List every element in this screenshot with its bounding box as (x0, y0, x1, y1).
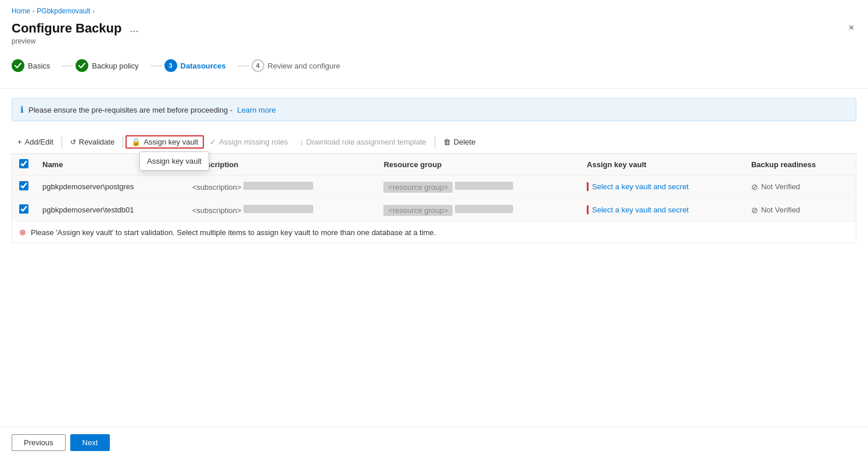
learn-more-link[interactable]: Learn more (237, 106, 275, 114)
step-datasources-circle: 3 (164, 59, 177, 72)
add-edit-button[interactable]: + Add/Edit (12, 135, 59, 149)
row1-subscription: <subscription> (185, 175, 377, 199)
toolbar-sep-3 (435, 136, 435, 148)
page-subtitle: preview (12, 37, 142, 45)
breadcrumb: Home › PGbkpdemovault › (0, 0, 868, 19)
step-divider-1 (62, 66, 73, 66)
step-datasources[interactable]: 3 Datasources (164, 55, 235, 77)
row2-resource-group-blur (455, 205, 513, 213)
page-header: Configure Backup ... preview × (0, 19, 868, 55)
table-header-backup-readiness: Backup readiness (744, 154, 856, 175)
table-row: pgbkpdemoserver\testdb01 <subscription> … (12, 199, 856, 222)
revalidate-label: Revalidate (79, 138, 114, 146)
table-header-checkbox-cell (12, 154, 35, 175)
step-review-label: Review and configure (268, 62, 340, 70)
row2-not-verified: ⊘ Not Verified (751, 205, 849, 215)
revalidate-button[interactable]: ↺ Revalidate (64, 135, 120, 149)
delete-label: Delete (454, 138, 476, 146)
step-review: 4 Review and configure (252, 55, 350, 77)
download-template-button[interactable]: ↓ Download role assignment template (294, 135, 432, 149)
row1-subscription-blur (243, 182, 313, 190)
step-backup-policy-label: Backup policy (92, 62, 138, 70)
info-icon: ℹ (20, 104, 24, 115)
error-text: Please 'Assign key vault' to start valid… (31, 228, 436, 237)
download-template-label: Download role assignment template (306, 138, 426, 146)
row2-resource-group: <resource group> (376, 199, 580, 222)
select-all-checkbox[interactable] (19, 159, 28, 168)
row2-name: pgbkpdemoserver\testdb01 (35, 199, 185, 222)
toolbar-sep-1 (62, 136, 62, 148)
breadcrumb-vault[interactable]: PGbkpdemovault (37, 7, 90, 15)
info-text: Please ensure the pre-requisites are met… (28, 106, 232, 114)
step-review-circle: 4 (252, 59, 264, 72)
error-icon: ⊗ (19, 228, 26, 237)
step-basics-label: Basics (28, 62, 50, 70)
row2-checkbox-cell (12, 199, 35, 222)
page-title: Configure Backup (12, 21, 121, 36)
row2-question-icon: ⊘ (751, 205, 758, 215)
steps-wizard: Basics Backup policy 3 Datasources 4 Rev… (0, 55, 868, 89)
assign-key-vault-label: Assign key vault (144, 138, 198, 146)
info-banner: ℹ Please ensure the pre-requisites are m… (12, 98, 856, 121)
download-icon: ↓ (300, 138, 304, 146)
page-title-row: Configure Backup ... (12, 21, 142, 36)
table-header-resource-group: Resource group (376, 154, 580, 175)
table-row: pgbkpdemoserver\postgres <subscription> … (12, 175, 856, 199)
add-edit-label: Add/Edit (25, 138, 53, 146)
checkmark-icon: ✓ (210, 138, 216, 146)
row1-key-vault: Select a key vault and secret (580, 175, 744, 199)
assign-key-vault-button[interactable]: 🔒 Assign key vault (125, 135, 204, 149)
row1-not-verified: ⊘ Not Verified (751, 182, 849, 192)
close-button[interactable]: × (847, 21, 856, 35)
row1-resource-group-blur (455, 182, 513, 190)
step-datasources-label: Datasources (181, 62, 226, 70)
row1-checkbox-cell (12, 175, 35, 199)
delete-button[interactable]: 🗑 Delete (437, 135, 482, 149)
step-backup-policy[interactable]: Backup policy (76, 55, 148, 77)
breadcrumb-chevron2: › (92, 8, 94, 15)
next-button[interactable]: Next (70, 434, 110, 451)
error-message: ⊗ Please 'Assign key vault' to start val… (19, 228, 849, 237)
header-left: Configure Backup ... preview (12, 21, 142, 45)
row1-checkbox[interactable] (19, 181, 28, 190)
revalidate-icon: ↺ (70, 138, 76, 146)
footer: Previous Next (0, 427, 868, 458)
assign-missing-roles-button[interactable]: ✓ Assign missing roles (204, 135, 294, 149)
error-row: ⊗ Please 'Assign key vault' to start val… (12, 222, 856, 243)
row1-question-icon: ⊘ (751, 182, 758, 192)
row2-checkbox[interactable] (19, 204, 28, 214)
datasources-table: Name Subscription Resource group Assign … (12, 154, 856, 243)
ellipsis-button[interactable]: ... (126, 21, 142, 36)
row1-resource-group: <resource group> (376, 175, 580, 199)
toolbar-sep-2 (123, 136, 123, 148)
delete-icon: 🗑 (443, 138, 451, 146)
step-backup-policy-circle (76, 59, 88, 72)
row1-backup-readiness: ⊘ Not Verified (744, 175, 856, 199)
assign-missing-roles-label: Assign missing roles (219, 138, 288, 146)
add-icon: + (17, 138, 22, 146)
error-cell: ⊗ Please 'Assign key vault' to start val… (12, 222, 856, 243)
row2-key-vault: Select a key vault and secret (580, 199, 744, 222)
previous-button[interactable]: Previous (12, 434, 66, 451)
step-basics-circle (12, 59, 24, 72)
step-divider-3 (238, 66, 249, 66)
row1-name: pgbkpdemoserver\postgres (35, 175, 185, 199)
row1-key-vault-link[interactable]: Select a key vault and secret (587, 182, 688, 191)
row2-subscription: <subscription> (185, 199, 377, 222)
step-divider-2 (150, 66, 162, 66)
assign-key-vault-tooltip: Assign key vault (139, 152, 209, 171)
breadcrumb-chevron1: › (33, 8, 34, 15)
row2-subscription-blur (243, 205, 313, 213)
breadcrumb-home[interactable]: Home (12, 7, 30, 15)
toolbar: + Add/Edit ↺ Revalidate 🔒 Assign key vau… (12, 131, 856, 154)
table-header-subscription: Subscription (185, 154, 377, 175)
table-header-assign-key-vault: Assign key vault (580, 154, 744, 175)
key-vault-icon: 🔒 (131, 138, 141, 146)
step-basics[interactable]: Basics (12, 55, 59, 77)
row2-key-vault-link[interactable]: Select a key vault and secret (587, 205, 688, 214)
row2-backup-readiness: ⊘ Not Verified (744, 199, 856, 222)
table-header-row: Name Subscription Resource group Assign … (12, 154, 856, 175)
